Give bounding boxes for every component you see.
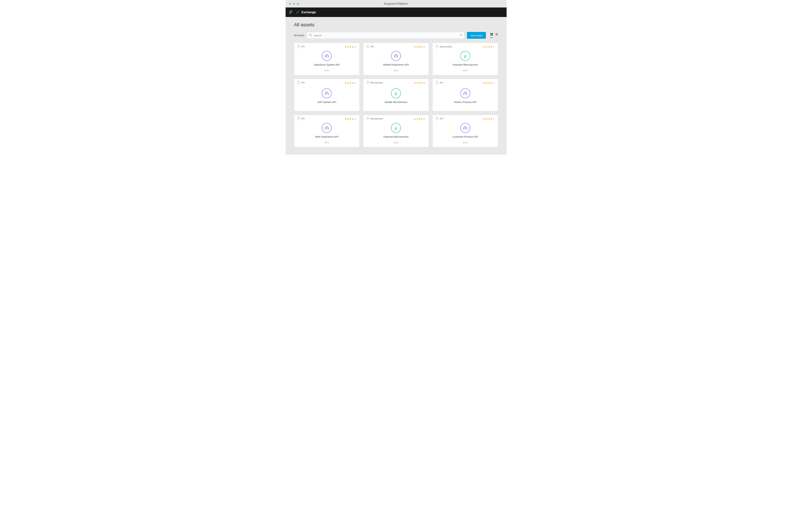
star-icon: ★ xyxy=(347,118,349,120)
star-icon: ★ xyxy=(485,81,488,84)
card-body: Customer Process API xyxy=(436,120,495,140)
asset-org: NTO xyxy=(297,69,356,72)
star-icon: ★ xyxy=(414,81,416,84)
asset-grid: API ★★★★★ Salesforce System API NTO API … xyxy=(294,43,498,147)
asset-title: Mobile Microservice xyxy=(385,100,407,103)
svg-point-2 xyxy=(309,34,311,36)
exchange-brand[interactable]: Exchange xyxy=(296,11,316,14)
asset-type-label: API xyxy=(301,45,305,48)
asset-type-label: API xyxy=(440,81,443,84)
card-body: μ Payment Microservice xyxy=(436,48,495,68)
asset-card[interactable]: Microservices ★★★★★ μ Payment Microservi… xyxy=(363,115,429,147)
asset-org: NTO xyxy=(436,141,495,144)
asset-type-label: Microservices xyxy=(440,45,452,48)
minimize-window-dot[interactable] xyxy=(293,3,295,5)
asset-card[interactable]: Microservices ★★★★★ μ Payment Microservi… xyxy=(432,43,498,75)
api-icon xyxy=(391,51,401,61)
app-header: Exchange xyxy=(286,7,506,17)
asset-title: SAP System API xyxy=(317,100,336,103)
star-icon: ★ xyxy=(349,118,352,120)
star-icon: ★ xyxy=(493,118,495,120)
rating-stars: ★★★★★ xyxy=(414,81,425,84)
star-icon: ★ xyxy=(352,45,354,48)
star-icon: ★ xyxy=(354,45,356,48)
star-icon: ★ xyxy=(490,45,493,48)
star-icon: ★ xyxy=(354,81,356,84)
menu-icon[interactable] xyxy=(289,11,293,14)
card-body: Web Experience API xyxy=(297,120,356,140)
asset-type-badge: API xyxy=(297,117,305,120)
search-input[interactable] xyxy=(314,34,458,37)
star-icon: ★ xyxy=(490,81,493,84)
window-title: Anypoint Platform xyxy=(384,2,408,6)
svg-rect-11 xyxy=(496,34,498,35)
grid-view-button[interactable] xyxy=(490,33,493,38)
rating-stars: ★★★★★ xyxy=(414,45,425,48)
asset-card[interactable]: API ★★★★★ SAP System API xyxy=(294,79,360,111)
api-icon xyxy=(460,88,470,98)
rating-stars: ★★★★★ xyxy=(345,118,356,120)
asset-type-icon xyxy=(367,81,369,84)
grid-icon xyxy=(490,33,493,36)
svg-point-21 xyxy=(327,128,327,129)
svg-rect-24 xyxy=(465,129,465,130)
svg-rect-6 xyxy=(491,33,492,34)
api-icon xyxy=(322,123,332,133)
asset-card[interactable]: API ★★★★★ Salesforce System API NTO xyxy=(294,43,360,75)
asset-title: Salesforce System API xyxy=(314,63,340,66)
asset-type-label: Microservices xyxy=(371,81,383,84)
asset-type-label: API xyxy=(371,45,374,48)
asset-title: Orders Process API xyxy=(454,100,477,103)
star-icon: ★ xyxy=(421,81,423,84)
search-icon xyxy=(309,34,312,37)
asset-type-badge: API xyxy=(297,81,305,84)
card-body: μ Mobile Microservice xyxy=(367,84,425,107)
star-icon: ★ xyxy=(423,81,425,84)
card-body: Salesforce System API xyxy=(297,48,356,68)
asset-card[interactable]: API ★★★★★ Mobile Experience API NTO xyxy=(363,43,429,75)
api-icon xyxy=(460,123,470,133)
filter-label[interactable]: All assets xyxy=(294,34,304,37)
svg-rect-8 xyxy=(491,35,492,36)
star-icon: ★ xyxy=(354,118,356,120)
clear-search-icon[interactable] xyxy=(460,34,462,37)
star-icon: ★ xyxy=(423,118,425,120)
card-header: API ★★★★★ xyxy=(297,45,356,48)
star-icon: ★ xyxy=(349,45,352,48)
search-box[interactable] xyxy=(307,32,464,39)
list-view-button[interactable] xyxy=(495,33,498,38)
rating-stars: ★★★★★ xyxy=(483,81,495,84)
asset-card[interactable]: Microservices ★★★★★ μ Mobile Microservic… xyxy=(363,79,429,111)
svg-rect-12 xyxy=(496,35,498,35)
svg-point-15 xyxy=(396,56,396,56)
rating-stars: ★★★★★ xyxy=(483,45,495,48)
svg-rect-9 xyxy=(492,35,493,36)
asset-title: Payment Microservice xyxy=(453,63,478,66)
card-header: API ★★★★★ xyxy=(436,117,495,120)
new-asset-button[interactable]: New asset xyxy=(467,32,486,39)
asset-org: NTO xyxy=(436,69,495,72)
list-icon xyxy=(495,33,498,36)
maximize-window-dot[interactable] xyxy=(297,3,299,5)
asset-org: NTO xyxy=(297,141,356,144)
svg-rect-20 xyxy=(465,94,465,95)
star-icon: ★ xyxy=(493,81,495,84)
api-icon xyxy=(322,88,332,98)
star-icon: ★ xyxy=(421,45,423,48)
star-icon: ★ xyxy=(488,81,490,84)
asset-type-badge: API xyxy=(297,45,305,48)
asset-card[interactable]: API ★★★★★ Customer Process API NTO xyxy=(432,115,498,147)
close-window-dot[interactable] xyxy=(289,3,291,5)
svg-rect-7 xyxy=(492,33,493,34)
star-icon: ★ xyxy=(416,45,418,48)
asset-type-icon xyxy=(297,45,300,48)
page-title: All assets xyxy=(294,22,498,27)
asset-title: Mobile Experience API xyxy=(383,63,409,66)
star-icon: ★ xyxy=(483,81,485,84)
asset-type-badge: Microservices xyxy=(367,81,383,84)
asset-type-icon xyxy=(436,81,438,84)
asset-card[interactable]: API ★★★★★ Orders Process API xyxy=(432,79,498,111)
card-header: Microservices ★★★★★ xyxy=(367,117,425,120)
star-icon: ★ xyxy=(414,45,416,48)
asset-card[interactable]: API ★★★★★ Web Experience API NTO xyxy=(294,115,360,147)
